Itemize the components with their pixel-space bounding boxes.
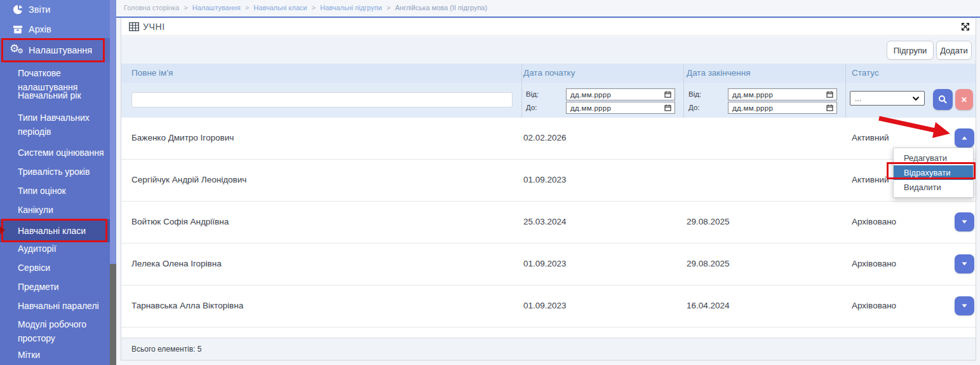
end-to-label: До:	[688, 104, 700, 111]
sidebar-item-parallels[interactable]: Навчальні паралелі	[18, 299, 105, 313]
sidebar-item-school-year[interactable]: Навчальний рік	[18, 88, 105, 102]
table-row[interactable]: Лелека Олена Ігорівна 01.09.2023 29.08.2…	[121, 244, 976, 286]
sidebar-item-settings[interactable]: ⚙⚙ Налаштування	[0, 38, 110, 62]
menu-item-edit[interactable]: Редагувати	[894, 151, 973, 165]
search-button[interactable]	[933, 89, 953, 110]
status-select-value: ...	[855, 94, 861, 103]
column-divider	[683, 64, 684, 118]
student-name: Сергійчук Андрій Леонідович	[131, 175, 246, 184]
total-elements-label: Всього елементів: 5	[131, 345, 201, 354]
breadcrumb-subgroups[interactable]: Навчальні підгрупи	[320, 4, 382, 11]
start-date-to-input[interactable]: дд.мм.рррр	[566, 102, 675, 114]
menu-item-delete[interactable]: Видалити	[894, 180, 973, 195]
name-filter-input[interactable]	[131, 92, 513, 107]
start-date: 01.09.2023	[523, 175, 567, 184]
caret-down-icon	[962, 304, 967, 308]
column-header-start-date[interactable]: Дата початку	[523, 68, 575, 78]
status-badge: Активний	[852, 175, 889, 184]
sidebar-item-auditoriums[interactable]: Аудиторії	[18, 242, 105, 256]
sidebar-item-tags[interactable]: Мітки	[18, 348, 105, 362]
expand-icon[interactable]	[961, 22, 970, 34]
start-date-from-input[interactable]: дд.мм.рррр	[566, 88, 675, 100]
calendar-icon[interactable]	[826, 104, 833, 111]
end-date: 29.08.2025	[687, 217, 730, 226]
gears-icon: ⚙⚙	[8, 44, 27, 57]
subgroups-button[interactable]: Підгрупи	[887, 41, 934, 60]
close-icon: ✕	[961, 95, 967, 104]
start-from-label: Від:	[526, 90, 539, 98]
calendar-icon[interactable]	[826, 91, 833, 98]
annotation-arrow-left	[0, 226, 5, 234]
table-row[interactable]: Сергійчук Андрій Леонідович 01.09.2023 А…	[121, 160, 976, 202]
calendar-icon[interactable]	[664, 91, 671, 98]
table-row[interactable]: Войтюк Софія Андріївна 25.03.2024 29.08.…	[121, 202, 976, 244]
breadcrumb-classes[interactable]: Навчальні класи	[253, 4, 307, 11]
start-date: 01.09.2023	[523, 301, 567, 310]
filter-row: Від: дд.мм.рррр До: дд.мм.рррр Від: дд.м…	[121, 83, 976, 118]
sidebar-item-lesson-duration[interactable]: Тривалість уроків	[18, 165, 105, 179]
search-icon	[938, 95, 948, 104]
start-to-label: До:	[526, 104, 537, 111]
row-actions-button[interactable]	[955, 212, 974, 231]
table-header-row: Повне ім'я Дата початку Дата закінчення …	[121, 64, 976, 83]
row-actions-button[interactable]	[955, 254, 974, 273]
status-badge: Архівовано	[852, 217, 896, 226]
toolbar: Підгрупи Додати	[121, 36, 976, 64]
student-name: Баженко Дмитро Ігорович	[131, 133, 234, 142]
end-date-to-input[interactable]: дд.мм.рррр	[728, 102, 837, 114]
end-date-from-input[interactable]: дд.мм.рррр	[728, 88, 837, 100]
end-from-label: Від:	[688, 90, 701, 98]
breadcrumb-current-page: Англійська мова (II підгрупа)	[395, 4, 487, 11]
sidebar-item-reports[interactable]: Звіти	[0, 0, 110, 19]
add-button[interactable]: Додати	[936, 41, 972, 60]
sidebar-item-archive[interactable]: Архів	[0, 20, 110, 39]
top-strip: Головна сторінка > Налаштування > Навчал…	[116, 0, 980, 17]
archive-icon	[8, 25, 27, 34]
sidebar-item-period-types[interactable]: Типи Навчальних періодів	[18, 111, 105, 139]
table-row[interactable]: Тарнавська Алла Вікторівна 01.09.2023 16…	[121, 286, 976, 327]
menu-item-expel[interactable]: Відрахувати	[894, 165, 973, 180]
app-root: Звіти Архів ⚙⚙ Налаштування Початкове на…	[0, 0, 980, 365]
caret-down-icon	[962, 262, 967, 266]
date-placeholder: дд.мм.рррр	[570, 104, 611, 112]
sidebar-item-holidays[interactable]: Канікули	[18, 203, 105, 217]
table-grid-icon	[129, 22, 139, 34]
sidebar: Звіти Архів ⚙⚙ Налаштування Початкове на…	[0, 0, 116, 365]
sidebar-item-subjects[interactable]: Предмети	[18, 280, 105, 294]
breadcrumb-home[interactable]: Головна сторінка	[124, 4, 179, 11]
student-name: Войтюк Софія Андріївна	[131, 217, 229, 226]
row-actions-button[interactable]	[955, 296, 974, 315]
panel-header: УЧНІ	[121, 18, 976, 36]
column-header-name[interactable]: Повне ім'я	[131, 68, 173, 78]
row-actions-button-open[interactable]	[955, 128, 974, 148]
sidebar-scrollbar-thumb[interactable]	[110, 264, 116, 365]
breadcrumb-settings[interactable]: Налаштування	[192, 4, 241, 11]
sidebar-item-label: Звіти	[29, 4, 50, 15]
breadcrumb-separator: >	[387, 4, 391, 11]
sidebar-item-grading-systems[interactable]: Системи оцінювання	[18, 146, 105, 160]
start-date: 02.02.2026	[523, 133, 567, 142]
table-row[interactable]: Баженко Дмитро Ігорович 02.02.2026 Актив…	[121, 118, 976, 160]
status-badge: Активний	[852, 133, 889, 142]
column-header-status[interactable]: Статус	[852, 68, 879, 78]
sidebar-item-label: Архів	[29, 24, 51, 34]
status-badge: Архівовано	[852, 259, 896, 268]
table-footer: Всього елементів: 5	[121, 338, 976, 360]
row-context-menu: Редагувати Відрахувати Видалити	[893, 148, 974, 198]
status-badge: Архівовано	[852, 301, 896, 310]
sidebar-item-workspace-modules[interactable]: Модулі робочого простору	[18, 317, 105, 345]
column-header-end-date[interactable]: Дата закінчення	[687, 68, 750, 78]
sidebar-item-classes[interactable]: Навчальні класи	[0, 219, 110, 242]
pie-chart-icon	[8, 4, 27, 15]
chevron-down-icon	[912, 96, 920, 101]
clear-filters-button[interactable]: ✕	[955, 89, 973, 110]
breadcrumb-separator: >	[184, 4, 187, 11]
sidebar-item-services[interactable]: Сервіси	[18, 261, 105, 275]
student-name: Лелека Олена Ігорівна	[131, 259, 222, 268]
start-date: 25.03.2024	[523, 217, 567, 226]
caret-down-icon	[962, 220, 967, 224]
calendar-icon[interactable]	[664, 104, 671, 111]
sidebar-item-grade-types[interactable]: Типи оцінок	[18, 184, 105, 198]
status-filter-select[interactable]: ...	[850, 91, 925, 106]
sidebar-item-label: Налаштування	[29, 45, 92, 55]
